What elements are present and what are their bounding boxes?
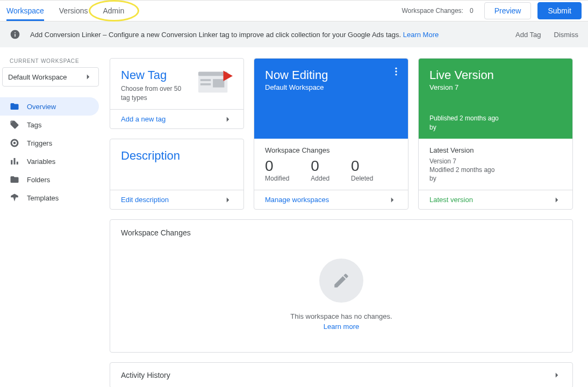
manage-workspaces-label: Manage workspaces	[265, 196, 329, 204]
svg-rect-1	[198, 72, 227, 76]
nav-label: Overview	[27, 103, 56, 111]
now-editing-sub: Default Workspace	[265, 83, 397, 91]
new-tag-cta-label: Add a new tag	[121, 115, 166, 123]
nav-label: Variables	[27, 157, 55, 166]
svg-point-6	[395, 70, 397, 72]
workspace-changes-heading: Workspace Changes	[265, 146, 397, 154]
chevron-right-icon	[552, 195, 562, 205]
live-version-title: Live Version	[429, 68, 562, 82]
template-icon	[10, 193, 19, 203]
tab-admin[interactable]: Admin	[103, 1, 124, 21]
svg-point-7	[395, 74, 397, 75]
tab-versions[interactable]: Versions	[59, 1, 88, 21]
latest-version-modified: Modified 2 months ago	[429, 166, 562, 174]
tag-icon	[10, 120, 19, 130]
activity-history-row[interactable]: Activity History	[110, 362, 573, 387]
workspace-changes-panel-title: Workspace Changes	[121, 228, 562, 237]
workspace-changes-count: 0	[470, 7, 474, 15]
chevron-right-icon	[388, 195, 397, 205]
now-editing-card: Now Editing Default Workspace Workspace …	[254, 58, 408, 210]
nav-variables[interactable]: Variables	[0, 152, 99, 170]
notification-add-tag[interactable]: Add Tag	[515, 31, 541, 39]
submit-button[interactable]: Submit	[537, 2, 582, 19]
notification-text: Add Conversion Linker – Configure a new …	[30, 31, 439, 39]
live-published-by: by	[429, 123, 562, 132]
now-editing-title: Now Editing	[265, 68, 397, 82]
chevron-right-icon	[223, 114, 233, 124]
variables-icon	[10, 156, 19, 166]
workspace-selector-name: Default Workspace	[8, 73, 67, 81]
stat-deleted: 0 Deleted	[351, 157, 373, 182]
svg-rect-2	[200, 79, 211, 81]
tag-illustration-icon	[197, 68, 233, 94]
notification-bar: Add Conversion Linker – Configure a new …	[0, 22, 588, 47]
nav-label: Templates	[27, 194, 59, 202]
nav-triggers[interactable]: Triggers	[0, 134, 99, 152]
edit-description-label: Edit description	[121, 196, 169, 204]
latest-version-cta[interactable]: Latest version	[419, 190, 572, 209]
empty-state-learn-more[interactable]: Learn more	[324, 322, 359, 331]
manage-workspaces-cta[interactable]: Manage workspaces	[254, 190, 408, 209]
trigger-icon	[10, 138, 19, 148]
stat-modified: 0 Modified	[265, 157, 289, 182]
notification-title: Add Conversion Linker	[30, 31, 101, 39]
info-icon	[10, 29, 20, 40]
svg-point-5	[395, 68, 397, 69]
nav-tags[interactable]: Tags	[0, 116, 99, 134]
folder-icon	[10, 102, 19, 111]
workspace-changes-panel: Workspace Changes This workspace has no …	[110, 219, 573, 353]
preview-button[interactable]: Preview	[484, 2, 532, 19]
svg-rect-3	[200, 83, 211, 85]
new-tag-title: New Tag	[121, 68, 189, 82]
chevron-right-icon	[223, 195, 233, 205]
nav-label: Triggers	[27, 139, 52, 147]
description-title: Description	[121, 149, 233, 163]
activity-history-label: Activity History	[121, 371, 170, 379]
empty-state-text: This workspace has no changes.	[290, 312, 392, 320]
latest-version-number: Version 7	[429, 157, 562, 165]
new-tag-card: New Tag Choose from over 50 tag types	[110, 58, 244, 129]
nav-label: Tags	[27, 121, 41, 129]
latest-version-by: by	[429, 175, 562, 182]
latest-version-heading: Latest Version	[429, 146, 562, 154]
current-workspace-label: CURRENT WORKSPACE	[0, 58, 110, 64]
notification-learn-more[interactable]: Learn More	[403, 31, 439, 39]
workspace-selector[interactable]: Default Workspace	[2, 67, 99, 87]
edit-description-cta[interactable]: Edit description	[110, 190, 243, 209]
empty-state-icon	[319, 259, 363, 303]
stat-added: 0 Added	[311, 157, 329, 182]
nav-templates[interactable]: Templates	[0, 189, 99, 207]
more-menu-icon[interactable]	[391, 66, 401, 77]
new-tag-sub: Choose from over 50 tag types	[121, 84, 189, 103]
chevron-right-icon	[552, 370, 562, 380]
live-version-card: Live Version Version 7 Published 2 month…	[418, 58, 573, 210]
description-card: Description Edit description	[110, 139, 244, 210]
nav-overview[interactable]: Overview	[0, 97, 99, 116]
live-published: Published 2 months ago	[429, 114, 562, 123]
notification-dismiss[interactable]: Dismiss	[554, 31, 579, 39]
nav-folders[interactable]: Folders	[0, 170, 99, 189]
svg-rect-4	[213, 79, 224, 88]
tab-workspace[interactable]: Workspace	[6, 1, 44, 21]
nav-label: Folders	[27, 176, 50, 184]
folders-icon	[10, 175, 19, 184]
chevron-right-icon	[83, 72, 93, 82]
workspace-changes-label: Workspace Changes:	[401, 7, 463, 15]
new-tag-cta[interactable]: Add a new tag	[110, 109, 243, 128]
live-version-sub: Version 7	[429, 83, 562, 91]
latest-version-label: Latest version	[429, 196, 473, 204]
